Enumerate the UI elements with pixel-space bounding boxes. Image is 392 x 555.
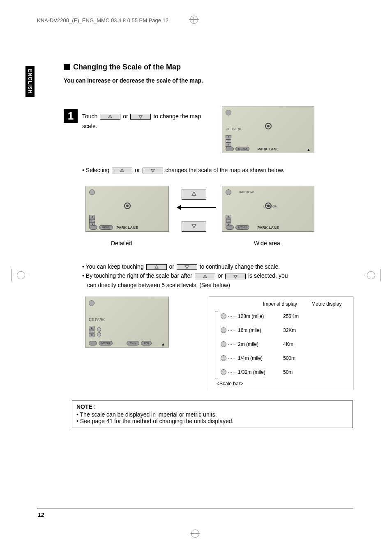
scale-dot-icon — [221, 341, 226, 347]
scale-dot-icon — [221, 327, 226, 333]
metric-value: 500m — [283, 355, 316, 361]
note-line2: • See page 41 for the method of changing… — [76, 418, 348, 424]
page-number: 12 — [38, 511, 44, 518]
keep-line1b: to continually change the scale. — [200, 263, 280, 270]
zoom-in-icon — [146, 264, 167, 270]
map-btn-menu: MENU — [235, 225, 250, 230]
map-btn-blank — [89, 341, 97, 345]
section-subtitle: You can increase or decrease the scale o… — [64, 77, 203, 84]
note-title: NOTE : — [76, 403, 348, 410]
keep-line2b: is selected, you — [248, 272, 288, 279]
widearea-label: Wide area — [254, 240, 280, 246]
imperial-value: 16m (mile) — [238, 327, 283, 333]
step-text-before: Touch — [82, 113, 99, 120]
imperial-value: 1/32m (mile) — [238, 369, 283, 375]
metric-value: 256Km — [283, 313, 316, 319]
map-depark-label: DE PARK — [226, 127, 242, 131]
map-bottom-buttons: MENU — [226, 147, 249, 151]
zoom-out-box — [182, 221, 206, 232]
map-btn-blank — [226, 147, 234, 151]
bullet-square-icon — [64, 64, 70, 70]
keep-touching-text: • You can keep touching or to continuall… — [82, 262, 316, 290]
map-depark-label: DE PARK — [89, 318, 105, 322]
map-zoom-up: ∧ — [89, 215, 95, 219]
keep-line1-or: or — [169, 263, 174, 270]
page-rule — [37, 509, 353, 509]
header-meta: KNA-DV2200_(E)_ENG_MMC 03.4.8 0:55 PM Pa… — [37, 17, 168, 23]
selecting-suffix: changes the scale of the map as shown be… — [165, 167, 284, 173]
scale-dot-icon — [221, 369, 226, 375]
scale-bar-label: <Scale bar> — [217, 381, 348, 387]
map-screenshot-1: DE PARK ∧ 1/16m ∨ MENU PARK LANE ▲ — [222, 106, 314, 153]
map-screenshot-scalebar: DE PARK ∧ 1/16m ∨ MENU Store POI ▲ — [85, 297, 169, 348]
left-arrow-icon — [180, 207, 216, 208]
table-row: ······ 1/4m (mile) 500m — [221, 351, 348, 365]
map-screenshot-wide: HARROW LONDON ∧ 2 m ∨ MENU PARK LANE — [222, 186, 314, 232]
map-btn-blank — [226, 225, 234, 230]
scale-table-header: Imperial display Metric display — [214, 301, 348, 307]
map-zoom-down: ∨ — [89, 333, 95, 337]
step-number: 1 — [64, 109, 78, 123]
zoom-in-icon — [195, 274, 215, 279]
map-parklane-label: PARK LANE — [258, 226, 279, 230]
compass-icon — [226, 110, 231, 115]
map-bottom-buttons: MENU Store POI — [89, 341, 152, 345]
map-screenshot-detailed: ∧ 1/32m ∨ MENU PARK LANE — [85, 186, 169, 232]
metric-value: 32Km — [283, 327, 316, 333]
zoom-in-icon — [112, 168, 132, 173]
imperial-header: Imperial display — [263, 301, 312, 307]
compass-icon — [89, 300, 95, 306]
step-text: Touch or to change the map scale. — [82, 112, 214, 131]
map-btn-menu: MENU — [235, 147, 250, 151]
table-row: ······ 2m (mile) 4Km — [221, 337, 348, 351]
scale-bar-dots — [97, 327, 101, 336]
map-zoom-control: ∧ 1/16m ∨ — [226, 135, 232, 147]
map-btn-store: Store — [127, 341, 139, 345]
selecting-prefix: • Selecting — [82, 167, 111, 173]
crop-mark-top — [189, 15, 199, 25]
map-zoom-scale: 1/16m — [89, 330, 95, 333]
detailed-label: Detailed — [111, 240, 132, 246]
map-zoom-up: ∧ — [226, 215, 231, 219]
map-bottom-buttons: MENU — [89, 225, 113, 230]
map-zoom-scale: 1/32m — [89, 219, 95, 222]
zoom-out-icon — [177, 264, 197, 270]
zoom-in-icon — [100, 114, 120, 120]
metric-value: 4Km — [283, 341, 316, 347]
map-north-arrow-icon: ▲ — [307, 147, 311, 152]
map-zoom-control: ∧ 1/16m ∨ — [89, 326, 95, 338]
imperial-value: 2m (mile) — [238, 341, 283, 347]
imperial-value: 128m (mile) — [238, 313, 283, 319]
crop-mark-left — [5, 269, 28, 281]
dots-icon: ······ — [226, 342, 238, 347]
step-or: or — [123, 113, 128, 120]
table-row: ······ 1/32m (mile) 50m — [221, 365, 348, 379]
imperial-value: 1/4m (mile) — [238, 355, 283, 361]
table-row: ······ 128m (mile) 256Km — [221, 309, 348, 323]
dots-icon: ······ — [226, 370, 238, 375]
map-parklane-label: PARK LANE — [117, 226, 138, 230]
triangle-up-icon — [191, 191, 197, 196]
map-zoom-scale: 1/16m — [226, 139, 231, 143]
map-zoom-up: ∧ — [226, 135, 231, 139]
dots-icon: ······ — [226, 356, 238, 361]
crop-mark-bottom — [190, 529, 200, 539]
compass-icon — [226, 189, 231, 195]
dots-icon: ······ — [226, 328, 238, 333]
map-zoom-down: ∨ — [226, 143, 231, 147]
dots-icon: ······ — [226, 314, 238, 319]
map-bottom-buttons: MENU — [226, 225, 249, 230]
map-btn-blank — [89, 225, 97, 230]
section-title-row: Changing the Scale of the Map — [64, 63, 181, 71]
location-point-icon — [265, 123, 272, 129]
note-box: NOTE : • The scale can be displayed in i… — [72, 401, 353, 428]
map-harrow-label: HARROW — [239, 190, 254, 194]
compass-icon — [89, 189, 95, 195]
metric-value: 50m — [283, 369, 316, 375]
keep-line1a: • You can keep touching — [82, 263, 145, 270]
map-btn-menu: MENU — [99, 341, 113, 345]
map-north-arrow-icon: ▲ — [161, 342, 165, 346]
location-point-icon — [265, 203, 272, 209]
triangle-down-icon — [191, 223, 197, 228]
map-zoom-scale: 2 m — [226, 219, 231, 222]
